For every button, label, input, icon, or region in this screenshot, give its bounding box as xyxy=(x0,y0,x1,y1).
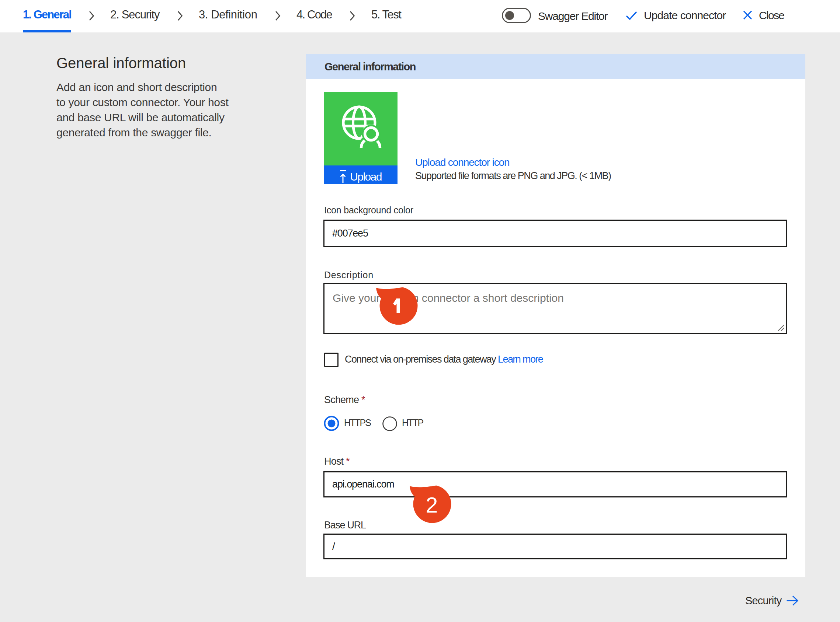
svg-text:2: 2 xyxy=(426,493,438,517)
